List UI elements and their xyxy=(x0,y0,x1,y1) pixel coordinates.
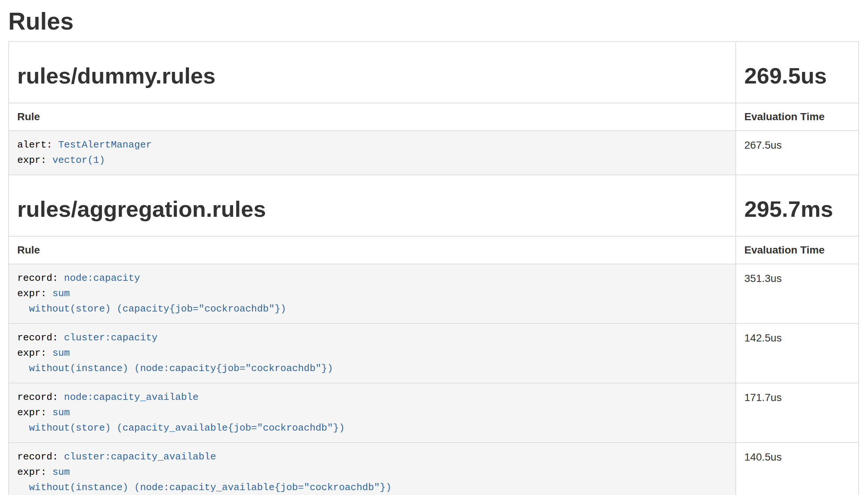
group-evaluation-time-cell: 295.7ms xyxy=(736,175,859,236)
rule-group-row: rules/dummy.rules269.5us xyxy=(9,42,859,103)
rule-code: record: node:capacity_available expr: su… xyxy=(17,390,727,436)
rule-definition-cell: record: cluster:capacity expr: sum witho… xyxy=(9,324,736,383)
rule-evaluation-time-cell: 142.5us xyxy=(736,324,859,383)
code-text: expr: xyxy=(17,467,52,478)
group-evaluation-time: 269.5us xyxy=(744,64,850,88)
group-evaluation-time-cell: 269.5us xyxy=(736,42,859,103)
rule-code: record: cluster:capacity expr: sum witho… xyxy=(17,330,727,376)
code-text: record: xyxy=(17,392,64,403)
rule-link[interactable]: without(store) (capacity{job="cockroachd… xyxy=(17,303,286,315)
rule-definition-cell: record: cluster:capacity_available expr:… xyxy=(9,443,736,495)
rule-link[interactable]: sum xyxy=(52,347,70,359)
rule-link[interactable]: without(instance) (node:capacity_availab… xyxy=(17,482,392,493)
rule-link[interactable]: sum xyxy=(52,407,70,418)
rule-link[interactable]: without(instance) (node:capacity{job="co… xyxy=(17,363,333,374)
rule-link[interactable]: TestAlertManager xyxy=(58,139,152,151)
column-header-row: RuleEvaluation Time xyxy=(9,236,859,264)
rule-row: record: cluster:capacity expr: sum witho… xyxy=(9,324,859,383)
rule-evaluation-time-cell: 140.5us xyxy=(736,443,859,495)
rule-link[interactable]: node:capacity xyxy=(64,273,140,284)
rule-definition-cell: alert: TestAlertManager expr: vector(1) xyxy=(9,131,736,175)
code-text: record: xyxy=(17,451,64,462)
code-text: expr: xyxy=(17,288,52,299)
rule-link[interactable]: vector(1) xyxy=(52,155,105,166)
code-text: expr: xyxy=(17,347,52,359)
evaluation-time-column-header: Evaluation Time xyxy=(736,103,859,131)
rule-definition-cell: record: node:capacity_available expr: su… xyxy=(9,383,736,443)
code-text: record: xyxy=(17,332,64,343)
rule-link[interactable]: sum xyxy=(52,467,70,478)
rule-link[interactable]: without(store) (capacity_available{job="… xyxy=(17,422,345,434)
evaluation-time-column-header: Evaluation Time xyxy=(736,236,859,264)
rule-row: record: cluster:capacity_available expr:… xyxy=(9,443,859,495)
rule-file-name: rules/aggregation.rules xyxy=(17,197,727,222)
rule-file-cell: rules/aggregation.rules xyxy=(9,175,736,236)
code-text: alert: xyxy=(17,139,58,151)
rule-file-name: rules/dummy.rules xyxy=(17,64,727,88)
code-text: expr: xyxy=(17,155,52,166)
rule-link[interactable]: sum xyxy=(52,288,70,299)
rule-row: record: node:capacity_available expr: su… xyxy=(9,383,859,443)
rule-evaluation-time-cell: 171.7us xyxy=(736,383,859,443)
page-container: Rules rules/dummy.rules269.5usRuleEvalua… xyxy=(0,0,868,495)
rule-code: record: cluster:capacity_available expr:… xyxy=(17,449,727,495)
rule-code: record: node:capacity expr: sum without(… xyxy=(17,271,727,317)
rule-code: alert: TestAlertManager expr: vector(1) xyxy=(17,137,727,168)
column-header-row: RuleEvaluation Time xyxy=(9,103,859,131)
rule-definition-cell: record: node:capacity expr: sum without(… xyxy=(9,264,736,324)
rule-evaluation-time-cell: 351.3us xyxy=(736,264,859,324)
rule-column-header: Rule xyxy=(9,236,736,264)
rules-table-body: rules/dummy.rules269.5usRuleEvaluation T… xyxy=(9,42,859,495)
rule-row: record: node:capacity expr: sum without(… xyxy=(9,264,859,324)
code-text: record: xyxy=(17,273,64,284)
rule-link[interactable]: cluster:capacity_available xyxy=(64,451,216,462)
rule-evaluation-time-cell: 267.5us xyxy=(736,131,859,175)
code-text: expr: xyxy=(17,407,52,418)
rule-row: alert: TestAlertManager expr: vector(1)2… xyxy=(9,131,859,175)
rule-link[interactable]: cluster:capacity xyxy=(64,332,158,343)
rules-table: rules/dummy.rules269.5usRuleEvaluation T… xyxy=(8,41,859,495)
rule-column-header: Rule xyxy=(9,103,736,131)
rule-group-row: rules/aggregation.rules295.7ms xyxy=(9,175,859,236)
rule-link[interactable]: node:capacity_available xyxy=(64,392,199,403)
rule-file-cell: rules/dummy.rules xyxy=(9,42,736,103)
page-title: Rules xyxy=(8,8,860,34)
group-evaluation-time: 295.7ms xyxy=(744,197,850,222)
